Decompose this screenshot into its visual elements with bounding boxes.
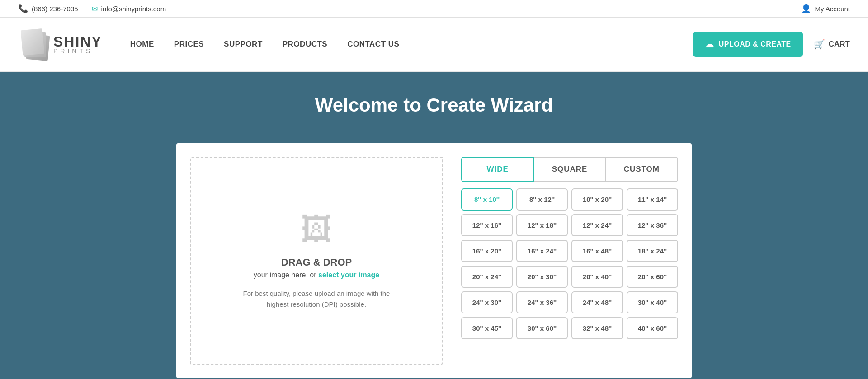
main-content: 🖼 DRAG & DROP your image here, or select… xyxy=(0,143,868,379)
nav-home[interactable]: HOME xyxy=(120,40,164,49)
wizard-card: 🖼 DRAG & DROP your image here, or select… xyxy=(176,143,692,378)
size-24x30[interactable]: 24'' x 30'' xyxy=(461,291,513,313)
size-20x24[interactable]: 20'' x 24'' xyxy=(461,266,513,288)
email-icon: ✉ xyxy=(92,5,98,13)
upload-create-button[interactable]: ☁ UPLOAD & CREATE xyxy=(693,32,803,57)
tab-square[interactable]: SQUARE xyxy=(534,157,606,182)
upload-label: UPLOAD & CREATE xyxy=(719,40,791,48)
size-11x14[interactable]: 11'' x 14'' xyxy=(627,188,678,211)
email-address: info@shinyprints.com xyxy=(101,5,166,13)
size-20x40[interactable]: 20'' x 40'' xyxy=(571,266,623,288)
hero-title: Welcome to Create Wizard xyxy=(9,94,859,116)
size-8x10[interactable]: 8'' x 10'' xyxy=(461,188,513,211)
drag-drop-label: DRAG & DROP xyxy=(281,257,352,268)
drop-zone[interactable]: 🖼 DRAG & DROP your image here, or select… xyxy=(190,157,443,365)
size-16x20[interactable]: 16'' x 20'' xyxy=(461,240,513,262)
account-label: My Account xyxy=(815,5,850,13)
size-12x24[interactable]: 12'' x 24'' xyxy=(571,214,623,236)
size-12x16[interactable]: 12'' x 16'' xyxy=(461,214,513,236)
logo[interactable]: SHINY PRINTS xyxy=(18,28,102,60)
nav-prices[interactable]: PRICES xyxy=(164,40,214,49)
nav-contact[interactable]: CONTACT US xyxy=(337,40,409,49)
size-16x48[interactable]: 16'' x 48'' xyxy=(571,240,623,262)
phone-item[interactable]: 📞 (866) 236-7035 xyxy=(18,4,78,14)
phone-icon: 📞 xyxy=(18,4,28,14)
cart-link[interactable]: 🛒 CART xyxy=(814,39,850,50)
hero-banner: Welcome to Create Wizard xyxy=(0,72,868,143)
size-30x60[interactable]: 30'' x 60'' xyxy=(516,317,568,339)
cart-label: CART xyxy=(829,40,850,49)
phone-number: (866) 236-7035 xyxy=(32,5,78,13)
size-24x48[interactable]: 24'' x 48'' xyxy=(571,291,623,313)
tab-custom[interactable]: CUSTOM xyxy=(606,157,678,182)
size-grid: 8'' x 10'' 8'' x 12'' 10'' x 20'' 11'' x… xyxy=(461,188,678,339)
size-16x24[interactable]: 16'' x 24'' xyxy=(516,240,568,262)
upload-icon: ☁ xyxy=(705,39,714,50)
logo-shiny: SHINY xyxy=(53,34,102,49)
select-image-link[interactable]: select your image xyxy=(318,271,379,279)
cart-icon: 🛒 xyxy=(814,39,825,50)
size-20x30[interactable]: 20'' x 30'' xyxy=(516,266,568,288)
size-20x60[interactable]: 20'' x 60'' xyxy=(627,266,678,288)
image-placeholder-icon: 🖼 xyxy=(301,211,332,248)
nav-products[interactable]: PRODUCTS xyxy=(273,40,337,49)
top-bar: 📞 (866) 236-7035 ✉ info@shinyprints.com … xyxy=(0,0,868,18)
size-40x60[interactable]: 40'' x 60'' xyxy=(627,317,678,339)
size-18x24[interactable]: 18'' x 24'' xyxy=(627,240,678,262)
size-selector: WIDE SQUARE CUSTOM 8'' x 10'' 8'' x 12''… xyxy=(461,157,678,365)
size-12x36[interactable]: 12'' x 36'' xyxy=(627,214,678,236)
main-nav: HOME PRICES SUPPORT PRODUCTS CONTACT US xyxy=(120,40,689,49)
tab-wide[interactable]: WIDE xyxy=(461,157,534,182)
logo-page-front xyxy=(21,28,45,56)
size-30x45[interactable]: 30'' x 45'' xyxy=(461,317,513,339)
account-link[interactable]: 👤 My Account xyxy=(801,4,850,14)
account-icon: 👤 xyxy=(801,4,811,14)
size-10x20[interactable]: 10'' x 20'' xyxy=(571,188,623,211)
drop-sub-text: your image here, or select your image xyxy=(254,271,379,279)
top-bar-contact: 📞 (866) 236-7035 ✉ info@shinyprints.com xyxy=(18,4,166,14)
quality-hint: For best quality, please upload an image… xyxy=(240,288,393,310)
size-12x18[interactable]: 12'' x 18'' xyxy=(516,214,568,236)
size-30x40[interactable]: 30'' x 40'' xyxy=(627,291,678,313)
email-item[interactable]: ✉ info@shinyprints.com xyxy=(92,5,166,13)
header: SHINY PRINTS HOME PRICES SUPPORT PRODUCT… xyxy=(0,18,868,72)
nav-support[interactable]: SUPPORT xyxy=(214,40,273,49)
size-tab-group: WIDE SQUARE CUSTOM xyxy=(461,157,678,182)
size-32x48[interactable]: 32'' x 48'' xyxy=(571,317,623,339)
sub-text-label: your image here, or xyxy=(254,271,316,279)
logo-image xyxy=(18,28,50,60)
size-8x12[interactable]: 8'' x 12'' xyxy=(516,188,568,211)
size-24x36[interactable]: 24'' x 36'' xyxy=(516,291,568,313)
logo-text: SHINY PRINTS xyxy=(53,34,102,54)
